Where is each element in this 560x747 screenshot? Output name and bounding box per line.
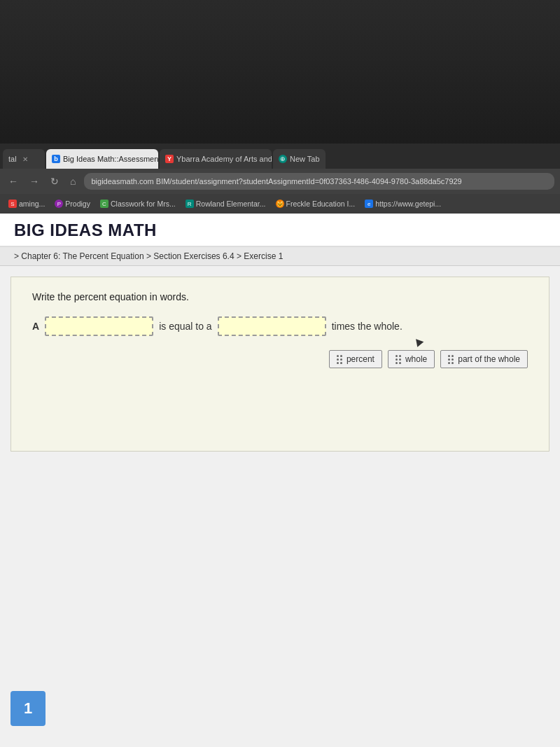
breadcrumb: > Chapter 6: The Percent Equation > Sect… [0, 247, 560, 266]
site-title: BIG IDEAS MATH [14, 221, 546, 240]
bookmark-prodigy-label: Prodigy [65, 200, 90, 208]
bookmark-gaming[interactable]: S aming... [6, 198, 48, 209]
word-chip-whole[interactable]: whole [388, 350, 435, 368]
word-chip-percent[interactable]: percent [329, 350, 382, 368]
word-chip-percent-label: percent [346, 354, 374, 364]
bookmark-prodigy-icon: P [55, 200, 63, 208]
tab-bim-icon: b [52, 155, 60, 163]
bookmark-classwork-label: Classwork for Mrs... [111, 200, 176, 208]
drag-dots-whole [396, 355, 401, 364]
bim-header: BIG IDEAS MATH [0, 214, 560, 247]
sentence-middle: is equal to a [159, 321, 212, 332]
tab-ybarra[interactable]: Y Ybarra Academy of Arts and Te ✕ [160, 149, 272, 169]
bookmark-getepi[interactable]: e https://www.getepi... [362, 198, 444, 209]
tab-new-icon: ⊕ [279, 155, 287, 163]
tab-bar: tal ✕ b Big Ideas Math::Assessment ✕ Y Y… [0, 144, 560, 169]
word-chip-whole-label: whole [405, 354, 427, 364]
tab-unknown[interactable]: tal ✕ [3, 149, 45, 169]
exercise-instruction: Write the percent equation in words. [32, 291, 528, 302]
bookmark-getepi-label: https://www.getepi... [375, 200, 441, 208]
sentence-end: times the whole. [332, 321, 402, 332]
tab-ybarra-label: Ybarra Academy of Arts and Te [176, 155, 272, 163]
address-bar: ← → ↻ ⌂ [0, 169, 560, 194]
drop-box-second[interactable] [218, 316, 326, 336]
bookmarks-bar: S aming... P Prodigy C Classwork for Mrs… [0, 194, 560, 214]
bookmark-getepi-icon: e [365, 200, 373, 208]
tab-unknown-close[interactable]: ✕ [22, 155, 28, 163]
drop-box-first[interactable] [45, 316, 153, 336]
bookmark-classwork-icon: C [100, 200, 108, 208]
dark-background [0, 0, 560, 147]
bookmark-prodigy[interactable]: P Prodigy [52, 198, 93, 209]
drag-dots-part [448, 355, 454, 364]
main-content: BIG IDEAS MATH > Chapter 6: The Percent … [0, 214, 560, 747]
bookmark-gaming-label: aming... [19, 200, 45, 208]
home-button[interactable]: ⌂ [67, 174, 78, 188]
bookmark-rowland[interactable]: R Rowland Elementar... [183, 198, 269, 209]
sentence-row: A is equal to a times the whole. [32, 316, 528, 336]
browser-chrome: tal ✕ b Big Ideas Math::Assessment ✕ Y Y… [0, 144, 560, 214]
refresh-button[interactable]: ↻ [48, 174, 62, 188]
back-button[interactable]: ← [6, 174, 21, 188]
tab-new[interactable]: ⊕ New Tab [273, 149, 326, 169]
drag-dots-percent [337, 355, 342, 364]
tab-bim[interactable]: b Big Ideas Math::Assessment ✕ [46, 149, 158, 169]
word-chip-part-of-whole[interactable]: part of the whole [440, 350, 528, 368]
url-input[interactable] [84, 173, 554, 190]
question-number-badge: 1 [10, 691, 46, 726]
tab-ybarra-icon: Y [165, 155, 174, 163]
bookmark-rowland-icon: R [186, 200, 194, 208]
question-number: 1 [24, 699, 32, 718]
bookmark-rowland-label: Rowland Elementar... [196, 200, 266, 208]
exercise-area: Write the percent equation in words. A i… [10, 277, 550, 452]
bookmark-classwork[interactable]: C Classwork for Mrs... [97, 198, 178, 209]
word-bank: percent whole part of the whole [32, 350, 528, 368]
bookmark-gaming-icon: S [8, 200, 17, 208]
tab-unknown-label: tal [8, 155, 17, 163]
cursor-arrow [414, 339, 424, 349]
forward-button[interactable]: → [27, 174, 42, 188]
bookmark-freckle-label: Freckle Education I... [286, 200, 356, 208]
bookmark-freckle[interactable]: 🐱 Freckle Education I... [273, 198, 358, 209]
word-chip-part-label: part of the whole [458, 354, 520, 364]
bookmark-freckle-icon: 🐱 [276, 200, 284, 208]
tab-new-label: New Tab [290, 155, 320, 163]
tab-bim-label: Big Ideas Math::Assessment [63, 155, 158, 163]
sentence-label: A [32, 321, 39, 332]
